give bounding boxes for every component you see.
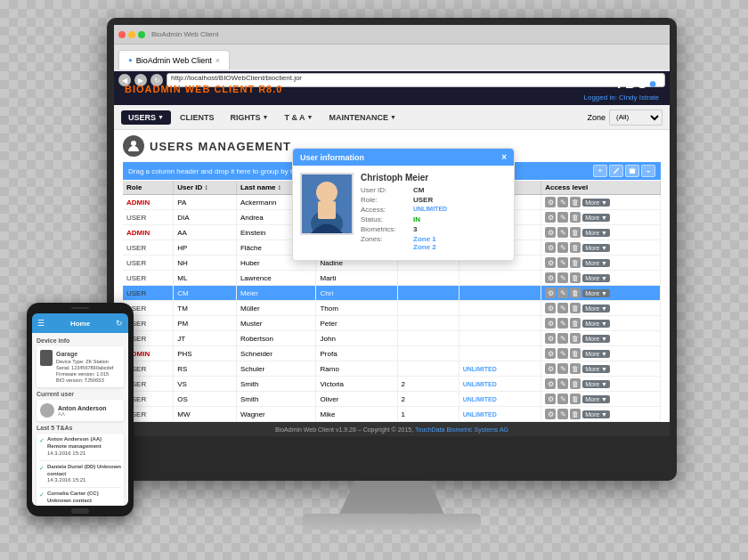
edit-icon[interactable]: ✎ xyxy=(557,378,568,389)
settings-icon[interactable]: ⚙ xyxy=(545,303,556,313)
edit-icon[interactable]: ✎ xyxy=(557,318,568,329)
more-button[interactable]: More ▼ xyxy=(582,199,610,207)
delete-icon[interactable]: 🗑 xyxy=(570,409,581,419)
settings-icon[interactable]: ⚙ xyxy=(545,272,556,283)
more-button[interactable]: More ▼ xyxy=(582,289,610,297)
add-user-button[interactable]: + xyxy=(593,165,607,177)
cell-userid: RS xyxy=(174,361,237,377)
table-row[interactable]: USER OS Smith Oliver 2 UNLIMITED ⚙ ✎ 🗑 M… xyxy=(123,392,661,407)
phone-menu-icon[interactable]: ☰ xyxy=(37,319,45,328)
settings-icon[interactable]: ⚙ xyxy=(545,318,556,329)
settings-icon[interactable]: ⚙ xyxy=(545,227,556,238)
edit-icon[interactable]: ✎ xyxy=(557,272,568,283)
settings-icon[interactable]: ⚙ xyxy=(545,363,556,374)
delete-icon[interactable]: 🗑 xyxy=(570,227,581,238)
more-button[interactable]: More ▼ xyxy=(582,350,610,358)
edit-icon[interactable]: ✎ xyxy=(557,409,568,419)
cell-userid: DIA xyxy=(174,210,237,225)
cell-access: ⚙ ✎ 🗑 More ▼ xyxy=(541,331,661,346)
delete-icon[interactable]: 🗑 xyxy=(570,257,581,268)
table-row[interactable]: USER TM Müller Thom ⚙ ✎ 🗑 More ▼ xyxy=(123,301,661,316)
more-button[interactable]: More ▼ xyxy=(582,410,610,418)
delete-icon[interactable]: 🗑 xyxy=(570,272,581,283)
settings-icon[interactable]: ⚙ xyxy=(545,394,556,404)
table-row[interactable]: USER PM Muster Peter ⚙ ✎ 🗑 More ▼ xyxy=(123,316,661,331)
delete-icon[interactable]: 🗑 xyxy=(570,212,581,223)
zone-select-input[interactable]: (All) xyxy=(609,110,663,126)
minimize-window-icon[interactable] xyxy=(128,31,135,38)
more-button[interactable]: More ▼ xyxy=(582,214,610,222)
more-button[interactable]: More ▼ xyxy=(582,365,610,373)
settings-icon[interactable]: ⚙ xyxy=(545,257,556,268)
delete-icon[interactable]: 🗑 xyxy=(570,242,581,253)
more-button[interactable]: More ▼ xyxy=(582,259,610,267)
delete-user-button[interactable] xyxy=(625,165,639,177)
toolbar-buttons: + xyxy=(593,165,655,177)
more-button[interactable]: More ▼ xyxy=(582,244,610,252)
col-role: Role xyxy=(123,181,174,195)
delete-icon[interactable]: 🗑 xyxy=(570,288,581,298)
cell-critical xyxy=(397,331,459,346)
phone-refresh-icon[interactable]: ↻ xyxy=(116,319,123,328)
delete-icon[interactable]: 🗑 xyxy=(570,197,581,207)
more-button[interactable]: More ▼ xyxy=(582,335,610,343)
phone-device-row: Garage Device Type: ZK Station Serial: 1… xyxy=(40,350,120,384)
popup-header: User information × xyxy=(293,149,514,166)
more-button[interactable]: More ▼ xyxy=(582,320,610,328)
edit-icon[interactable]: ✎ xyxy=(557,242,568,253)
more-button[interactable]: More ▼ xyxy=(582,229,610,237)
nav-clients[interactable]: CLIENTS xyxy=(173,110,222,125)
popup-close-button[interactable]: × xyxy=(501,152,507,162)
delete-icon[interactable]: 🗑 xyxy=(570,394,581,404)
settings-icon[interactable]: ⚙ xyxy=(545,409,556,419)
edit-icon[interactable]: ✎ xyxy=(557,197,568,207)
delete-icon[interactable]: 🗑 xyxy=(570,363,581,374)
table-row[interactable]: USER ML Lawrence Marti ⚙ ✎ 🗑 More ▼ xyxy=(123,271,661,286)
edit-icon[interactable]: ✎ xyxy=(557,257,568,268)
nav-rights[interactable]: RIGHTS ▼ xyxy=(223,110,275,125)
nav-ta[interactable]: T & A ▼ xyxy=(277,110,320,125)
export-button[interactable] xyxy=(641,165,655,177)
edit-icon[interactable]: ✎ xyxy=(557,348,568,359)
table-row[interactable]: USER JT Robertson John ⚙ ✎ 🗑 More ▼ xyxy=(123,331,661,346)
settings-icon[interactable]: ⚙ xyxy=(545,212,556,223)
delete-icon[interactable]: 🗑 xyxy=(570,318,581,329)
maximize-window-icon[interactable] xyxy=(138,31,145,38)
settings-icon[interactable]: ⚙ xyxy=(545,288,556,298)
edit-icon[interactable]: ✎ xyxy=(557,288,568,298)
settings-icon[interactable]: ⚙ xyxy=(545,348,556,359)
phone-device-section-title: Device info xyxy=(37,337,124,344)
edit-icon[interactable]: ✎ xyxy=(557,363,568,374)
table-row[interactable]: USER RS Schuler Ramo UNLIMITED ⚙ ✎ 🗑 Mor… xyxy=(123,361,661,377)
settings-icon[interactable]: ⚙ xyxy=(545,197,556,207)
edit-icon[interactable]: ✎ xyxy=(557,212,568,223)
delete-icon[interactable]: 🗑 xyxy=(570,303,581,313)
edit-icon[interactable]: ✎ xyxy=(557,227,568,238)
cell-firstname: Peter xyxy=(316,316,397,331)
edit-user-button[interactable] xyxy=(609,165,623,177)
more-button[interactable]: More ▼ xyxy=(582,395,610,403)
table-row[interactable]: USER VS Smith Victoria 2 UNLIMITED ⚙ ✎ 🗑… xyxy=(123,377,661,392)
delete-icon[interactable]: 🗑 xyxy=(570,348,581,359)
table-row[interactable]: USER MW Wagner Mike 1 UNLIMITED ⚙ ✎ 🗑 Mo… xyxy=(123,407,661,422)
browser-tab[interactable]: ● BioAdmin Web Client × xyxy=(118,50,230,69)
table-row[interactable]: ADMIN PHS Schneider Profa ⚙ ✎ 🗑 More ▼ xyxy=(123,346,661,361)
settings-icon[interactable]: ⚙ xyxy=(545,242,556,253)
delete-icon[interactable]: 🗑 xyxy=(570,333,581,344)
settings-icon[interactable]: ⚙ xyxy=(545,333,556,344)
settings-icon[interactable]: ⚙ xyxy=(545,378,556,389)
more-button[interactable]: More ▼ xyxy=(582,304,610,312)
delete-icon[interactable]: 🗑 xyxy=(570,378,581,389)
edit-icon[interactable]: ✎ xyxy=(557,333,568,344)
more-button[interactable]: More ▼ xyxy=(582,380,610,388)
nav-maintenance[interactable]: MAINTENANCE ▼ xyxy=(322,110,403,125)
edit-icon[interactable]: ✎ xyxy=(557,303,568,313)
close-window-icon[interactable] xyxy=(118,31,126,38)
cell-lastname: Smith xyxy=(236,377,316,392)
edit-icon[interactable]: ✎ xyxy=(557,394,568,404)
table-row[interactable]: USER CM Meier Chri ⚙ ✎ 🗑 More ▼ xyxy=(123,286,661,301)
more-button[interactable]: More ▼ xyxy=(582,274,610,282)
phone-home-button[interactable] xyxy=(71,508,89,514)
nav-users[interactable]: USERS ▼ xyxy=(121,110,171,125)
cell-lastname: Wagner xyxy=(236,407,316,422)
